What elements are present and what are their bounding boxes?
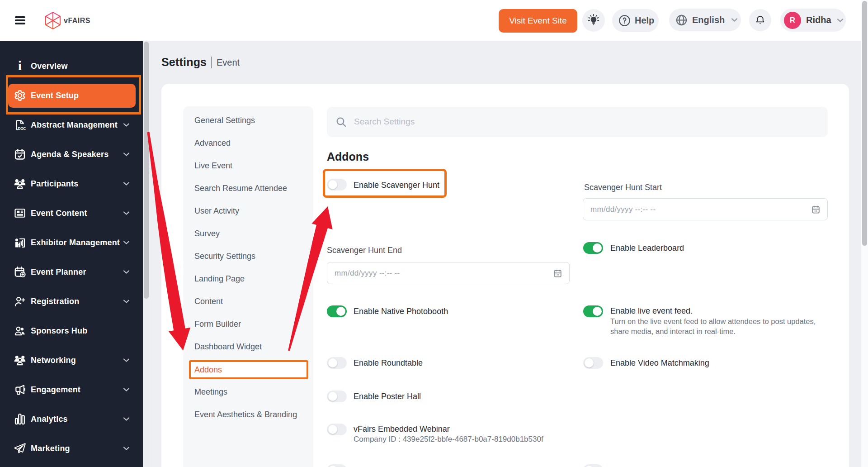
svg-text:DOC: DOC [18, 126, 26, 131]
svg-text:i: i [18, 60, 22, 72]
